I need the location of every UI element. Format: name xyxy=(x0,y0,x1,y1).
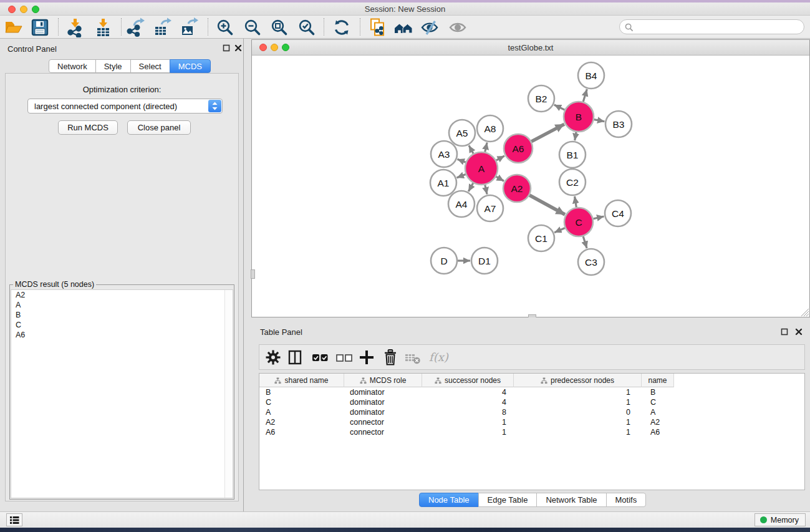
table-row[interactable]: Bdominator41B xyxy=(259,388,804,398)
network-node[interactable]: A xyxy=(465,152,498,185)
network-edge[interactable] xyxy=(468,183,473,191)
network-node[interactable]: B4 xyxy=(578,62,604,89)
network-edge[interactable] xyxy=(457,175,466,178)
network-edge[interactable] xyxy=(594,120,605,122)
deselect-all-checkboxes-icon[interactable] xyxy=(334,348,353,367)
network-node[interactable]: A7 xyxy=(477,195,503,221)
network-edge[interactable] xyxy=(457,159,465,162)
column-header-predecessor-nodes[interactable]: predecessor nodes xyxy=(514,374,642,387)
network-node[interactable]: A4 xyxy=(448,191,475,217)
network-node[interactable]: C3 xyxy=(578,249,604,275)
network-edge[interactable] xyxy=(496,177,504,181)
run-mcds-button[interactable]: Run MCDS xyxy=(58,120,118,135)
network-node[interactable]: C4 xyxy=(605,200,631,226)
table-close-panel-icon[interactable] xyxy=(794,327,803,336)
network-edge[interactable] xyxy=(531,124,564,142)
corner-resize-grip[interactable] xyxy=(800,307,809,317)
network-node[interactable]: B1 xyxy=(559,142,586,168)
network-edge[interactable] xyxy=(469,145,473,153)
network-edge[interactable] xyxy=(485,142,487,152)
mcds-result-list[interactable]: A2ABCA6 xyxy=(11,289,233,498)
column-header-successor-nodes[interactable]: successor nodes xyxy=(422,374,514,387)
import-table-icon[interactable] xyxy=(93,17,113,37)
network-node[interactable]: C1 xyxy=(528,225,554,251)
mcds-result-item[interactable]: A xyxy=(11,300,233,310)
network-node[interactable]: D1 xyxy=(471,248,498,274)
mcds-result-item[interactable]: C xyxy=(11,320,233,330)
export-network-icon[interactable] xyxy=(126,17,146,37)
network-node[interactable]: D xyxy=(431,248,457,274)
network-edge[interactable] xyxy=(496,156,504,160)
network-edge[interactable] xyxy=(575,132,576,141)
hide-details-eye-slash-icon[interactable] xyxy=(420,17,440,37)
network-edge[interactable] xyxy=(554,228,565,233)
float-panel-icon[interactable] xyxy=(222,44,231,52)
mcds-result-item[interactable]: A2 xyxy=(11,290,233,300)
left-resize-grip[interactable] xyxy=(251,269,255,279)
network-node[interactable]: B2 xyxy=(528,85,554,112)
delete-table-icon[interactable] xyxy=(403,348,422,367)
network-edge[interactable] xyxy=(593,216,604,219)
mcds-result-item[interactable]: B xyxy=(11,310,233,320)
network-node[interactable]: C2 xyxy=(559,169,586,195)
select-all-checkboxes-icon[interactable] xyxy=(311,348,329,367)
table-row[interactable]: A6connector11A6 xyxy=(259,428,804,438)
search-input[interactable] xyxy=(636,21,798,32)
tab-style[interactable]: Style xyxy=(95,59,131,73)
tab-node-table[interactable]: Node Table xyxy=(419,493,479,507)
network-node[interactable]: A1 xyxy=(430,170,456,196)
column-header-shared-name[interactable]: shared name xyxy=(259,374,344,387)
network-edge[interactable] xyxy=(575,196,577,208)
task-history-button[interactable] xyxy=(6,513,22,526)
memory-button[interactable]: Memory xyxy=(755,513,806,526)
function-builder-icon[interactable]: f(x) xyxy=(429,348,454,367)
open-file-icon[interactable] xyxy=(4,17,24,37)
network-edge[interactable] xyxy=(554,105,565,110)
zoom-in-icon[interactable] xyxy=(215,17,235,37)
network-node[interactable]: C xyxy=(564,208,593,236)
tab-select[interactable]: Select xyxy=(130,59,170,73)
export-image-icon[interactable] xyxy=(180,17,200,37)
network-node[interactable]: B3 xyxy=(605,111,632,137)
search-field[interactable] xyxy=(619,19,804,34)
tab-network[interactable]: Network xyxy=(49,59,96,73)
network-node[interactable]: A2 xyxy=(503,175,531,202)
add-column-icon[interactable] xyxy=(357,348,376,367)
import-network-icon[interactable] xyxy=(65,17,85,37)
column-header-name[interactable]: name xyxy=(642,374,674,387)
export-table-icon[interactable] xyxy=(153,17,173,37)
network-canvas-svg[interactable]: B4B2BB3A8A5A6A3B1AC2A1A2A4A7C4CC1C3DD1 xyxy=(252,56,809,317)
eye-icon[interactable] xyxy=(448,17,468,37)
network-edge[interactable] xyxy=(529,195,565,215)
optimization-criterion-select[interactable]: largest connected component (directed) xyxy=(27,99,223,114)
table-row[interactable]: Adominator80A xyxy=(259,408,804,418)
network-node[interactable]: B xyxy=(564,102,594,132)
homes-icon[interactable] xyxy=(393,17,413,37)
delete-icon[interactable] xyxy=(381,348,400,367)
network-window-titlebar[interactable]: testGlobe.txt xyxy=(252,40,809,56)
network-edge[interactable] xyxy=(583,236,587,248)
close-panel-icon[interactable] xyxy=(234,44,243,52)
zoom-fit-icon[interactable] xyxy=(269,17,289,37)
tab-motifs[interactable]: Motifs xyxy=(606,493,647,507)
gear-icon[interactable] xyxy=(264,348,282,367)
refresh-icon[interactable] xyxy=(332,17,352,37)
column-header-mcds-role[interactable]: MCDS role xyxy=(344,374,422,387)
network-edge[interactable] xyxy=(583,89,587,102)
network-node[interactable]: A5 xyxy=(449,120,475,146)
zoom-selected-icon[interactable] xyxy=(297,17,317,37)
network-edge[interactable] xyxy=(485,185,487,194)
tab-mcds[interactable]: MCDS xyxy=(170,59,211,73)
duplicate-network-icon[interactable] xyxy=(367,17,387,37)
close-panel-button[interactable]: Close panel xyxy=(127,120,191,135)
list-scrollbar[interactable] xyxy=(224,290,233,498)
table-float-panel-icon[interactable] xyxy=(780,327,789,336)
table-row[interactable]: A2connector11A2 xyxy=(259,418,804,428)
tab-edge-table[interactable]: Edge Table xyxy=(478,493,538,507)
network-node[interactable]: A8 xyxy=(477,115,503,142)
network-node[interactable]: A3 xyxy=(431,141,457,167)
tab-network-table[interactable]: Network Table xyxy=(536,493,606,507)
save-session-icon[interactable] xyxy=(30,17,50,37)
network-node[interactable]: A6 xyxy=(504,134,533,163)
table-row[interactable]: Cdominator41C xyxy=(259,398,804,408)
